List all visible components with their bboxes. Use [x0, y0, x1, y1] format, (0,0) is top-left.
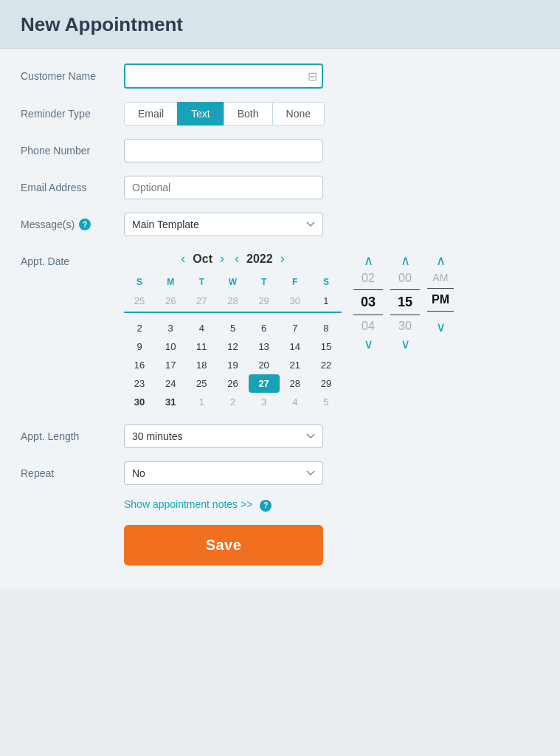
cal-day[interactable]: 13 [249, 337, 280, 356]
save-button[interactable]: Save [124, 525, 323, 566]
messages-select-wrapper: Main Template Template 2 Template 3 [124, 213, 323, 236]
cal-day[interactable]: 23 [124, 374, 155, 393]
next-month-button[interactable]: › [217, 250, 227, 268]
ampm-col: ∧ AM PM ∨ [427, 252, 454, 335]
show-notes-row: Show appointment notes >> ? [124, 498, 539, 512]
cal-day[interactable]: 1 [186, 393, 217, 411]
reminder-none-button[interactable]: None [272, 102, 325, 126]
calendar-week-4: 23 24 25 26 27 28 29 [124, 374, 342, 393]
cal-day[interactable]: 7 [280, 319, 311, 337]
cal-day[interactable]: 8 [311, 319, 342, 337]
next-year-button[interactable]: › [277, 250, 288, 268]
cal-day[interactable]: 20 [249, 356, 280, 374]
cal-header-tue: T [186, 274, 217, 292]
phone-number-input[interactable] [124, 139, 323, 162]
messages-select[interactable]: Main Template Template 2 Template 3 [124, 213, 323, 236]
cal-day[interactable]: 17 [155, 356, 186, 374]
ampm-active: PM [427, 292, 454, 308]
cal-day[interactable]: 1 [311, 292, 342, 310]
cal-day[interactable]: 25 [186, 374, 217, 393]
cal-day[interactable]: 2 [217, 393, 248, 411]
notes-help-icon[interactable]: ? [260, 500, 272, 512]
cal-day[interactable]: 6 [249, 319, 280, 337]
minute-up-button[interactable]: ∧ [396, 252, 415, 269]
cal-day[interactable]: 16 [124, 356, 155, 374]
show-notes-text: Show appointment notes >> [124, 498, 252, 510]
cal-day[interactable]: 2 [124, 319, 155, 337]
minute-below: 30 [392, 318, 418, 334]
cal-day[interactable]: 21 [280, 356, 311, 374]
phone-number-label: Phone Number [21, 145, 124, 157]
minute-active: 15 [392, 293, 418, 312]
calendar-nav: ‹ Oct › ‹ 2022 › [124, 250, 342, 268]
cal-day[interactable]: 29 [311, 374, 342, 393]
appt-length-row: Appt. Length 15 minutes 30 minutes 45 mi… [21, 425, 539, 448]
email-input[interactable] [124, 176, 323, 199]
cal-day[interactable]: 3 [249, 393, 280, 411]
prev-year-button[interactable]: ‹ [232, 250, 242, 268]
cal-day[interactable]: 4 [186, 319, 217, 337]
cal-day[interactable]: 25 [124, 292, 155, 310]
prev-month-button[interactable]: ‹ [178, 250, 188, 268]
cal-day[interactable]: 26 [217, 374, 248, 393]
cal-day[interactable]: 30 [280, 292, 311, 310]
cal-day[interactable]: 19 [217, 356, 248, 374]
reminder-text-button[interactable]: Text [177, 102, 224, 126]
cal-day[interactable]: 3 [155, 319, 186, 337]
cal-day-selected[interactable]: 27 [249, 374, 280, 393]
cal-day[interactable]: 5 [311, 393, 342, 411]
cal-day[interactable]: 26 [155, 292, 186, 310]
email-row: Email Address [21, 176, 539, 199]
reminder-type-row: Reminder Type Email Text Both None [21, 102, 539, 126]
calendar-time-wrapper: ‹ Oct › ‹ 2022 › S M T W T [124, 250, 454, 411]
cal-day[interactable]: 11 [186, 337, 217, 356]
cal-day[interactable]: 15 [311, 337, 342, 356]
customer-name-wrapper: ⊟ [124, 63, 323, 89]
phone-number-row: Phone Number [21, 139, 539, 162]
reminder-type-label: Reminder Type [21, 108, 124, 120]
appt-length-select[interactable]: 15 minutes 30 minutes 45 minutes 1 hour [124, 425, 323, 448]
calendar-section: ‹ Oct › ‹ 2022 › S M T W T [124, 250, 342, 411]
cal-header-fri: F [280, 274, 311, 292]
cal-day[interactable]: 5 [217, 319, 248, 337]
cal-header-thu: T [249, 274, 280, 292]
cal-day[interactable]: 28 [280, 374, 311, 393]
cal-day[interactable]: 27 [186, 292, 217, 310]
show-notes-link[interactable]: Show appointment notes >> ? [124, 498, 272, 512]
calendar-year: 2022 [246, 252, 273, 266]
cal-day[interactable]: 30 [124, 393, 155, 411]
email-label: Email Address [21, 182, 124, 193]
cal-day[interactable]: 29 [249, 292, 280, 310]
reminder-both-button[interactable]: Both [224, 102, 272, 126]
reminder-buttons-group: Email Text Both None [124, 102, 325, 126]
cal-day[interactable]: 12 [217, 337, 248, 356]
cal-day[interactable]: 9 [124, 337, 155, 356]
hour-down-button[interactable]: ∨ [359, 336, 378, 352]
cal-day[interactable]: 31 [155, 393, 186, 411]
minute-down-button[interactable]: ∨ [396, 336, 415, 352]
cal-day[interactable]: 4 [280, 393, 311, 411]
ampm-up-button[interactable]: ∧ [432, 252, 450, 269]
calendar-week-0: 25 26 27 28 29 30 1 [124, 292, 342, 310]
cal-header-wed: W [217, 274, 248, 292]
cal-day[interactable]: 22 [311, 356, 342, 374]
repeat-row: Repeat No Daily Weekly Monthly [21, 461, 539, 485]
calendar-week-1: 2 3 4 5 6 7 8 [124, 319, 342, 337]
cal-header-mon: M [155, 274, 186, 292]
reminder-email-button[interactable]: Email [124, 102, 177, 126]
cal-day[interactable]: 14 [280, 337, 311, 356]
repeat-select[interactable]: No Daily Weekly Monthly [124, 461, 323, 485]
minute-col: ∧ 00 15 30 ∨ [390, 252, 420, 352]
calendar-week-2: 9 10 11 12 13 14 15 [124, 337, 342, 356]
customer-name-input[interactable] [124, 63, 323, 89]
calendar-week-3: 16 17 18 19 20 21 22 [124, 356, 342, 374]
ampm-above: AM [427, 270, 454, 285]
cal-day[interactable]: 24 [155, 374, 186, 393]
ampm-down-button[interactable]: ∨ [432, 319, 450, 335]
hour-up-button[interactable]: ∧ [359, 252, 378, 269]
messages-help-icon[interactable]: ? [79, 219, 91, 230]
cal-day[interactable]: 18 [186, 356, 217, 374]
cal-day[interactable]: 10 [155, 337, 186, 356]
calendar-month: Oct [193, 252, 212, 266]
cal-day[interactable]: 28 [217, 292, 248, 310]
